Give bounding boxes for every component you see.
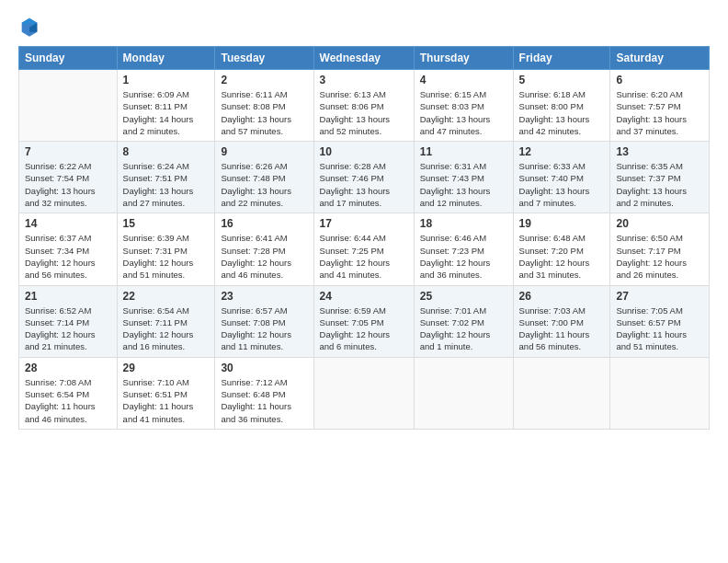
day-number: 21 bbox=[25, 290, 111, 303]
weekday-header: Monday bbox=[117, 47, 215, 70]
day-info: Sunrise: 6:59 AMSunset: 7:05 PMDaylight:… bbox=[320, 304, 408, 353]
calendar-cell: 17Sunrise: 6:44 AMSunset: 7:25 PMDayligh… bbox=[313, 213, 414, 285]
day-info: Sunrise: 6:28 AMSunset: 7:46 PMDaylight:… bbox=[320, 160, 408, 209]
calendar-cell: 13Sunrise: 6:35 AMSunset: 7:37 PMDayligh… bbox=[610, 142, 710, 213]
calendar-cell: 20Sunrise: 6:50 AMSunset: 7:17 PMDayligh… bbox=[610, 213, 710, 285]
day-info: Sunrise: 6:09 AMSunset: 8:11 PMDaylight:… bbox=[123, 88, 210, 137]
calendar-cell bbox=[313, 357, 414, 429]
day-info: Sunrise: 6:44 AMSunset: 7:25 PMDaylight:… bbox=[320, 232, 408, 281]
logo-icon bbox=[20, 17, 39, 37]
calendar-week-row: 21Sunrise: 6:52 AMSunset: 7:14 PMDayligh… bbox=[19, 285, 710, 357]
calendar-week-row: 28Sunrise: 7:08 AMSunset: 6:54 PMDayligh… bbox=[19, 357, 710, 429]
calendar-cell: 21Sunrise: 6:52 AMSunset: 7:14 PMDayligh… bbox=[19, 285, 118, 357]
day-number: 18 bbox=[420, 217, 507, 230]
day-info: Sunrise: 7:03 AMSunset: 7:00 PMDaylight:… bbox=[519, 304, 605, 353]
day-number: 30 bbox=[221, 362, 307, 374]
calendar-cell bbox=[414, 357, 513, 429]
day-info: Sunrise: 6:24 AMSunset: 7:51 PMDaylight:… bbox=[123, 160, 210, 209]
calendar-cell bbox=[19, 70, 118, 142]
calendar-header-row: SundayMondayTuesdayWednesdayThursdayFrid… bbox=[19, 47, 710, 70]
day-number: 27 bbox=[616, 290, 703, 303]
weekday-header: Tuesday bbox=[215, 47, 313, 70]
calendar-cell: 7Sunrise: 6:22 AMSunset: 7:54 PMDaylight… bbox=[19, 142, 118, 213]
calendar-cell: 3Sunrise: 6:13 AMSunset: 8:06 PMDaylight… bbox=[313, 70, 414, 142]
page-header bbox=[18, 17, 710, 37]
day-number: 16 bbox=[221, 217, 307, 230]
weekday-header: Wednesday bbox=[313, 47, 414, 70]
day-number: 1 bbox=[123, 74, 210, 86]
calendar-cell: 16Sunrise: 6:41 AMSunset: 7:28 PMDayligh… bbox=[215, 213, 313, 285]
calendar-cell: 9Sunrise: 6:26 AMSunset: 7:48 PMDaylight… bbox=[215, 142, 313, 213]
weekday-header: Saturday bbox=[610, 47, 710, 70]
calendar-cell bbox=[513, 357, 610, 429]
calendar-cell: 12Sunrise: 6:33 AMSunset: 7:40 PMDayligh… bbox=[513, 142, 610, 213]
weekday-header: Friday bbox=[513, 47, 610, 70]
day-number: 23 bbox=[221, 290, 307, 303]
calendar-cell: 26Sunrise: 7:03 AMSunset: 7:00 PMDayligh… bbox=[513, 285, 610, 357]
calendar-cell: 4Sunrise: 6:15 AMSunset: 8:03 PMDaylight… bbox=[414, 70, 513, 142]
day-number: 2 bbox=[221, 74, 307, 86]
day-number: 6 bbox=[616, 74, 703, 86]
day-number: 25 bbox=[420, 290, 507, 303]
day-number: 22 bbox=[123, 290, 210, 303]
day-info: Sunrise: 6:57 AMSunset: 7:08 PMDaylight:… bbox=[221, 304, 307, 353]
day-number: 17 bbox=[320, 217, 408, 230]
day-number: 10 bbox=[320, 145, 408, 158]
day-number: 12 bbox=[519, 145, 605, 158]
day-info: Sunrise: 6:11 AMSunset: 8:08 PMDaylight:… bbox=[221, 88, 307, 137]
day-info: Sunrise: 6:48 AMSunset: 7:20 PMDaylight:… bbox=[519, 232, 605, 281]
calendar-cell: 8Sunrise: 6:24 AMSunset: 7:51 PMDaylight… bbox=[117, 142, 215, 213]
day-number: 3 bbox=[320, 74, 408, 86]
day-info: Sunrise: 6:22 AMSunset: 7:54 PMDaylight:… bbox=[25, 160, 111, 209]
calendar-cell: 18Sunrise: 6:46 AMSunset: 7:23 PMDayligh… bbox=[414, 213, 513, 285]
day-info: Sunrise: 6:52 AMSunset: 7:14 PMDaylight:… bbox=[25, 304, 111, 353]
day-info: Sunrise: 7:01 AMSunset: 7:02 PMDaylight:… bbox=[420, 304, 507, 353]
day-info: Sunrise: 7:08 AMSunset: 6:54 PMDaylight:… bbox=[25, 376, 111, 425]
day-number: 20 bbox=[616, 217, 703, 230]
day-number: 11 bbox=[420, 145, 507, 158]
day-info: Sunrise: 6:37 AMSunset: 7:34 PMDaylight:… bbox=[25, 232, 111, 281]
calendar-week-row: 1Sunrise: 6:09 AMSunset: 8:11 PMDaylight… bbox=[19, 70, 710, 142]
day-info: Sunrise: 6:39 AMSunset: 7:31 PMDaylight:… bbox=[123, 232, 210, 281]
day-number: 29 bbox=[123, 362, 210, 374]
calendar-cell: 6Sunrise: 6:20 AMSunset: 7:57 PMDaylight… bbox=[610, 70, 710, 142]
day-number: 24 bbox=[320, 290, 408, 303]
day-number: 7 bbox=[25, 145, 111, 158]
day-info: Sunrise: 6:26 AMSunset: 7:48 PMDaylight:… bbox=[221, 160, 307, 209]
weekday-header: Sunday bbox=[19, 47, 118, 70]
calendar-cell: 22Sunrise: 6:54 AMSunset: 7:11 PMDayligh… bbox=[117, 285, 215, 357]
calendar-cell: 29Sunrise: 7:10 AMSunset: 6:51 PMDayligh… bbox=[117, 357, 215, 429]
day-info: Sunrise: 6:20 AMSunset: 7:57 PMDaylight:… bbox=[616, 88, 703, 137]
day-number: 4 bbox=[420, 74, 507, 86]
calendar-cell: 27Sunrise: 7:05 AMSunset: 6:57 PMDayligh… bbox=[610, 285, 710, 357]
day-info: Sunrise: 6:35 AMSunset: 7:37 PMDaylight:… bbox=[616, 160, 703, 209]
calendar-cell: 15Sunrise: 6:39 AMSunset: 7:31 PMDayligh… bbox=[117, 213, 215, 285]
day-number: 28 bbox=[25, 362, 111, 374]
calendar-table: SundayMondayTuesdayWednesdayThursdayFrid… bbox=[18, 46, 710, 430]
calendar-cell: 1Sunrise: 6:09 AMSunset: 8:11 PMDaylight… bbox=[117, 70, 215, 142]
day-info: Sunrise: 6:18 AMSunset: 8:00 PMDaylight:… bbox=[519, 88, 605, 137]
calendar-cell: 25Sunrise: 7:01 AMSunset: 7:02 PMDayligh… bbox=[414, 285, 513, 357]
day-info: Sunrise: 6:13 AMSunset: 8:06 PMDaylight:… bbox=[320, 88, 408, 137]
day-info: Sunrise: 6:41 AMSunset: 7:28 PMDaylight:… bbox=[221, 232, 307, 281]
day-info: Sunrise: 7:05 AMSunset: 6:57 PMDaylight:… bbox=[616, 304, 703, 353]
weekday-header: Thursday bbox=[414, 47, 513, 70]
calendar-week-row: 7Sunrise: 6:22 AMSunset: 7:54 PMDaylight… bbox=[19, 142, 710, 213]
calendar-cell: 14Sunrise: 6:37 AMSunset: 7:34 PMDayligh… bbox=[19, 213, 118, 285]
calendar-cell: 10Sunrise: 6:28 AMSunset: 7:46 PMDayligh… bbox=[313, 142, 414, 213]
day-number: 19 bbox=[519, 217, 605, 230]
day-info: Sunrise: 6:46 AMSunset: 7:23 PMDaylight:… bbox=[420, 232, 507, 281]
day-number: 5 bbox=[519, 74, 605, 86]
day-info: Sunrise: 6:15 AMSunset: 8:03 PMDaylight:… bbox=[420, 88, 507, 137]
calendar-cell: 24Sunrise: 6:59 AMSunset: 7:05 PMDayligh… bbox=[313, 285, 414, 357]
day-info: Sunrise: 6:33 AMSunset: 7:40 PMDaylight:… bbox=[519, 160, 605, 209]
day-info: Sunrise: 6:31 AMSunset: 7:43 PMDaylight:… bbox=[420, 160, 507, 209]
calendar-cell: 11Sunrise: 6:31 AMSunset: 7:43 PMDayligh… bbox=[414, 142, 513, 213]
day-info: Sunrise: 6:50 AMSunset: 7:17 PMDaylight:… bbox=[616, 232, 703, 281]
calendar-cell: 19Sunrise: 6:48 AMSunset: 7:20 PMDayligh… bbox=[513, 213, 610, 285]
day-number: 15 bbox=[123, 217, 210, 230]
calendar-cell: 23Sunrise: 6:57 AMSunset: 7:08 PMDayligh… bbox=[215, 285, 313, 357]
calendar-cell: 30Sunrise: 7:12 AMSunset: 6:48 PMDayligh… bbox=[215, 357, 313, 429]
calendar-week-row: 14Sunrise: 6:37 AMSunset: 7:34 PMDayligh… bbox=[19, 213, 710, 285]
day-info: Sunrise: 7:12 AMSunset: 6:48 PMDaylight:… bbox=[221, 376, 307, 425]
